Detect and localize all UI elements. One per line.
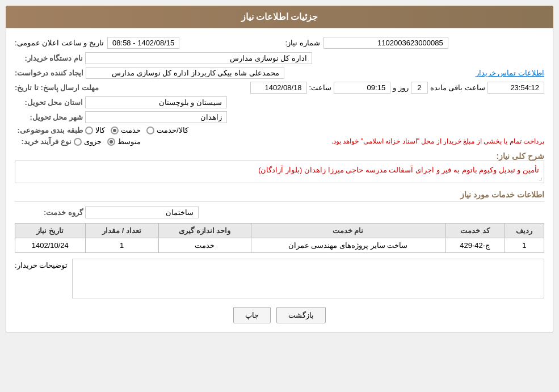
purchase-jozvi-label: جزوی — [84, 137, 102, 146]
page-title: جزئیات اطلاعات نیاز — [241, 12, 318, 22]
purchase-radio-group: متوسط جزوی — [74, 137, 141, 146]
services-table: ردیف کد خدمت نام خدمت واحد اندازه گیری ت… — [15, 223, 544, 253]
date-label: تاریخ و ساعت اعلان عمومی: — [15, 39, 104, 47]
deadline-date: 1402/08/18 — [250, 82, 307, 94]
org-name-value: اداره کل نوسازی مدارس — [85, 52, 312, 64]
col-header-unit: واحد اندازه گیری — [158, 224, 251, 238]
buyer-notes-label: توضیحات خریدار: — [15, 259, 68, 269]
services-table-header-row: ردیف کد خدمت نام خدمت واحد اندازه گیری ت… — [15, 224, 544, 238]
org-name-label: نام دستگاه خریدار: — [15, 54, 83, 62]
deadline-time-label: ساعت: — [309, 83, 332, 92]
category-khadamat-label: خدمت — [121, 126, 141, 134]
province-value: سیستان و بلوچستان — [85, 96, 227, 108]
page-wrapper: جزئیات اطلاعات نیاز 1102003623000085 شما… — [0, 0, 559, 392]
need-description-box: تأمین و تبدیل وکیوم باتوم به فیر و اجرای… — [15, 161, 544, 183]
page-header: جزئیات اطلاعات نیاز — [6, 6, 553, 28]
need-number-value: 1102003623000085 — [323, 37, 448, 49]
category-radio-group: کالا/خدمت خدمت کالا — [85, 126, 188, 134]
col-header-date: تاریخ نیاز — [15, 224, 86, 238]
purchase-description: پرداخت تمام یا بخشی از مبلغ خریدار از مح… — [149, 137, 544, 145]
category-kala-khadamat-label: کالا/خدمت — [157, 126, 188, 134]
category-kala-radio[interactable] — [85, 127, 93, 134]
col-header-name: نام خدمت — [251, 224, 445, 238]
col-header-code: کد خدمت — [445, 224, 505, 238]
category-kala-khadamat-radio[interactable] — [146, 127, 154, 134]
buyer-notes-textarea[interactable] — [72, 259, 544, 298]
category-kala-item[interactable]: کالا — [85, 126, 105, 134]
purchase-jozvi-item[interactable]: جزوی — [74, 137, 102, 146]
table-cell-unit: خدمت — [158, 238, 251, 253]
need-description-value: تأمین و تبدیل وکیوم باتوم به فیر و اجرای… — [258, 166, 539, 174]
deadline-label: مهلت ارسال پاسخ: تا تاریخ: — [15, 83, 99, 92]
table-cell-quantity: 1 — [85, 238, 158, 253]
table-cell-name: ساخت سایر پروژه‌های مهندسی عمران — [251, 238, 445, 253]
creator-link[interactable]: اطلاعات تماس خریدار — [476, 69, 544, 77]
city-value: زاهدان — [85, 111, 227, 123]
category-label: طبقه بندی موضوعی: — [15, 126, 83, 134]
row-deadline: 23:54:12 ساعت باقی مانده 2 روز و 09:15 س… — [15, 82, 544, 94]
bottom-buttons: بازگشت چاپ — [15, 307, 544, 323]
province-label: استان محل تحویل: — [15, 98, 83, 107]
row-org-name: اداره کل نوسازی مدارس نام دستگاه خریدار: — [15, 52, 544, 64]
services-section-title: اطلاعات خدمات مورد نیاز — [15, 190, 544, 202]
creator-label: ایجاد کننده درخواست: — [15, 69, 83, 77]
row-purchase-type: پرداخت تمام یا بخشی از مبلغ خریدار از مح… — [15, 137, 544, 146]
row-city: زاهدان شهر محل تحویل: — [15, 111, 544, 123]
deadline-days: 2 — [411, 82, 428, 94]
purchase-mottasat-radio[interactable] — [107, 138, 115, 146]
table-cell-code: ج-42-429 — [445, 238, 505, 253]
category-kala-khadamat-item[interactable]: کالا/خدمت — [146, 126, 188, 134]
row-category: کالا/خدمت خدمت کالا طبقه بندی موضوعی: — [15, 126, 544, 134]
col-date: 1402/08/15 - 08:58 تاریخ و ساعت اعلان عم… — [15, 37, 274, 49]
category-khadamat-item[interactable]: خدمت — [111, 126, 141, 134]
print-button[interactable]: چاپ — [233, 307, 271, 323]
category-kala-label: کالا — [95, 126, 105, 134]
col-header-qty: تعداد / مقدار — [85, 224, 158, 238]
date-value: 1402/08/15 - 08:58 — [107, 37, 179, 49]
purchase-mottasat-item[interactable]: متوسط — [107, 137, 141, 146]
row-province: سیستان و بلوچستان استان محل تحویل: — [15, 96, 544, 108]
purchase-jozvi-radio[interactable] — [74, 138, 82, 146]
need-number-label: شماره نیاز: — [285, 39, 320, 47]
row-service-group: ساختمان گروه خدمت: — [15, 206, 544, 218]
deadline-remaining-label: ساعت باقی مانده — [430, 83, 485, 92]
category-khadamat-radio[interactable] — [111, 127, 119, 134]
row-creator: اطلاعات تماس خریدار محمدعلی شاه بیکی کار… — [15, 67, 544, 79]
service-group-value: ساختمان — [85, 206, 199, 218]
col-header-row: ردیف — [505, 224, 544, 238]
city-label: شهر محل تحویل: — [15, 113, 83, 121]
table-row: 1ج-42-429ساخت سایر پروژه‌های مهندسی عمرا… — [15, 238, 544, 253]
purchase-mottasat-label: متوسط — [117, 137, 141, 146]
deadline-days-label: روز و — [393, 83, 409, 92]
services-section: اطلاعات خدمات مورد نیاز ساختمان گروه خدم… — [15, 190, 544, 253]
need-description-section: شرح کلی نیاز: تأمین و تبدیل وکیوم باتوم … — [15, 151, 544, 183]
buyer-notes-section: توضیحات خریدار: — [15, 259, 544, 298]
resize-handle-icon: ⌟ — [539, 172, 543, 182]
service-group-label: گروه خدمت: — [15, 208, 83, 217]
table-cell-date: 1402/10/24 — [15, 238, 86, 253]
col-need-number: 1102003623000085 شماره نیاز: — [285, 37, 545, 49]
table-cell-row: 1 — [505, 238, 544, 253]
deadline-time: 09:15 — [334, 82, 390, 94]
purchase-type-label: نوع فرآیند خرید: — [15, 137, 72, 146]
row-need-number-date: 1102003623000085 شماره نیاز: 1402/08/15 … — [15, 37, 544, 49]
services-table-head: ردیف کد خدمت نام خدمت واحد اندازه گیری ت… — [15, 224, 544, 238]
back-button[interactable]: بازگشت — [276, 307, 326, 323]
creator-value: محمدعلی شاه بیکی کاربرداز اداره کل نوساز… — [86, 67, 284, 79]
deadline-remaining: 23:54:12 — [487, 82, 544, 94]
main-content: 1102003623000085 شماره نیاز: 1402/08/15 … — [6, 28, 553, 332]
services-table-body: 1ج-42-429ساخت سایر پروژه‌های مهندسی عمرا… — [15, 238, 544, 253]
